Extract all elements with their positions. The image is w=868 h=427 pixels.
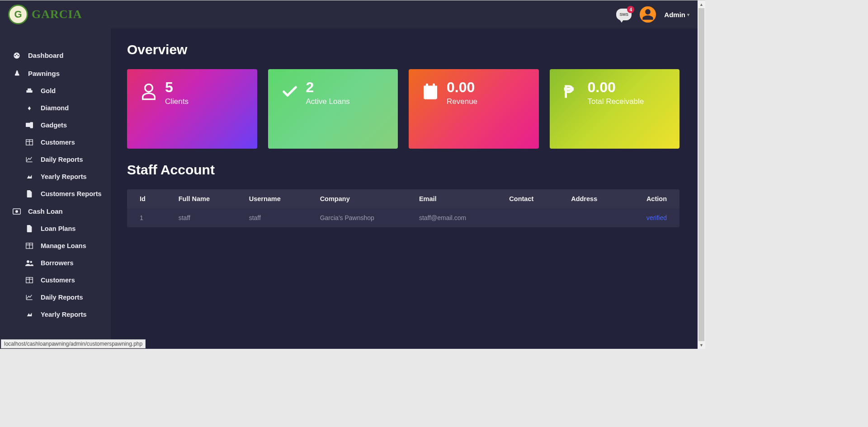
- sidebar-item-customers-reports[interactable]: Customers Reports: [0, 185, 111, 202]
- sms-notifications[interactable]: SMS 4: [616, 9, 632, 20]
- svg-point-8: [15, 210, 18, 213]
- logo-badge-icon: G: [8, 5, 28, 24]
- user-menu[interactable]: Admin ▾: [664, 11, 689, 19]
- file-icon: [25, 225, 33, 232]
- th-email: Email: [406, 189, 496, 208]
- svg-point-12: [27, 260, 29, 263]
- staff-title: Staff Account: [127, 162, 679, 178]
- check-icon: [281, 80, 299, 138]
- sidebar-item-cash-loan[interactable]: Cash Loan: [0, 202, 111, 220]
- svg-rect-0: [26, 90, 32, 93]
- sidebar-item-gold[interactable]: Gold: [0, 82, 111, 99]
- document-icon: [25, 190, 33, 197]
- th-fullname: Full Name: [166, 189, 236, 208]
- sidebar-label: Yearly Reports: [41, 173, 87, 180]
- th-id: Id: [127, 189, 166, 208]
- sidebar-label: Diamond: [41, 104, 69, 112]
- cell-company: Garcia's Pawnshop: [307, 208, 406, 227]
- cell-fullname: staff: [166, 208, 236, 227]
- topbar: G GARCIA SMS 4 Admin ▾: [0, 0, 698, 28]
- peso-icon: ₱: [562, 80, 580, 138]
- sidebar-label: Customers: [41, 139, 75, 146]
- clients-label: Clients: [165, 97, 189, 106]
- avatar[interactable]: [640, 6, 656, 23]
- sidebar-item-yearly-reports[interactable]: Yearly Reports: [0, 168, 111, 185]
- scroll-down-arrow-icon[interactable]: ▼: [698, 341, 705, 349]
- th-company: Company: [307, 189, 406, 208]
- brand-logo[interactable]: G GARCIA: [8, 5, 82, 24]
- svg-point-13: [30, 261, 33, 263]
- sidebar-item-borrowers[interactable]: Borrowers: [0, 254, 111, 272]
- chart-area-icon: [25, 174, 33, 180]
- sidebar-label: Gold: [41, 87, 56, 94]
- sidebar-item-customers-2[interactable]: Customers: [0, 272, 111, 289]
- sidebar-item-loan-plans[interactable]: Loan Plans: [0, 220, 111, 237]
- sidebar-item-dashboard[interactable]: Dashboard: [0, 47, 111, 64]
- sidebar-item-manage-loans[interactable]: Manage Loans: [0, 237, 111, 254]
- window-scrollbar[interactable]: ▲ ▼: [698, 0, 705, 349]
- sidebar-item-pawnings[interactable]: ♟ Pawnings: [0, 64, 111, 82]
- user-name: Admin: [664, 11, 685, 19]
- card-active-loans[interactable]: 2 Active Loans: [268, 69, 398, 149]
- clients-value: 5: [165, 80, 189, 94]
- staff-table-wrap: Id Full Name Username Company Email Cont…: [127, 189, 679, 227]
- calendar-icon: [421, 80, 439, 138]
- table-row: 1 staff staff Garcia's Pawnshop staff@em…: [127, 208, 679, 227]
- cash-icon: [13, 208, 21, 215]
- sidebar-label: Cash Loan: [28, 207, 63, 215]
- card-total-receivable[interactable]: ₱ 0.00 Total Receivable: [550, 69, 680, 149]
- receivable-value: 0.00: [588, 80, 644, 94]
- revenue-label: Revenue: [447, 97, 477, 106]
- th-username: Username: [236, 189, 307, 208]
- sidebar-label: Daily Reports: [41, 156, 83, 163]
- card-revenue[interactable]: 0.00 Revenue: [409, 69, 539, 149]
- main-content: Overview 5 Clients 2 Active Loans: [111, 28, 698, 349]
- sidebar-label: Daily Reports: [41, 294, 83, 301]
- th-address: Address: [558, 189, 623, 208]
- sidebar-label: Loan Plans: [41, 225, 75, 232]
- sidebar-label: Pawnings: [28, 70, 60, 77]
- sidebar-label: Yearly Reports: [41, 311, 87, 318]
- table-icon: [25, 277, 33, 283]
- scroll-thumb[interactable]: [698, 8, 704, 341]
- sms-badge-count: 4: [627, 6, 634, 13]
- brand-name: GARCIA: [32, 8, 82, 21]
- dashboard-icon: [13, 52, 21, 59]
- chevron-down-icon: ▾: [687, 12, 689, 17]
- sidebar-item-daily-reports-2[interactable]: Daily Reports: [0, 289, 111, 306]
- chart-line-icon: [25, 156, 33, 163]
- svg-rect-1: [28, 89, 31, 90]
- sidebar-item-diamond[interactable]: ♦ Diamond: [0, 99, 111, 117]
- th-action: Action: [623, 189, 679, 208]
- cell-address: [558, 208, 623, 227]
- person-icon: [140, 80, 158, 138]
- sidebar-label: Customers: [41, 277, 75, 284]
- sidebar-label: Manage Loans: [41, 242, 86, 249]
- revenue-value: 0.00: [447, 80, 477, 94]
- cell-id: 1: [127, 208, 166, 227]
- loans-value: 2: [306, 80, 350, 94]
- cell-email: staff@email.com: [406, 208, 496, 227]
- table-icon: [25, 243, 33, 249]
- staff-table: Id Full Name Username Company Email Cont…: [127, 189, 679, 227]
- scroll-track[interactable]: [698, 8, 705, 341]
- sidebar-item-daily-reports[interactable]: Daily Reports: [0, 151, 111, 168]
- gold-icon: [25, 88, 33, 94]
- loans-label: Active Loans: [306, 97, 350, 106]
- card-clients[interactable]: 5 Clients: [127, 69, 257, 149]
- users-icon: [25, 260, 33, 266]
- pawn-icon: ♟: [13, 69, 21, 77]
- sidebar-item-gadgets[interactable]: Gadgets: [0, 117, 111, 134]
- sidebar: Dashboard ♟ Pawnings Gold ♦ Diamond Gadg…: [0, 28, 111, 349]
- svg-rect-19: [426, 84, 428, 87]
- sidebar-item-yearly-reports-2[interactable]: Yearly Reports: [0, 306, 111, 323]
- scroll-up-arrow-icon[interactable]: ▲: [698, 0, 705, 8]
- chart-line-icon: [25, 294, 33, 300]
- overview-title: Overview: [127, 42, 679, 57]
- gadgets-icon: [25, 122, 33, 128]
- sidebar-label: Gadgets: [41, 122, 67, 129]
- cell-contact: [496, 208, 558, 227]
- sidebar-item-customers[interactable]: Customers: [0, 134, 111, 151]
- chart-area-icon: [25, 311, 33, 318]
- verified-link[interactable]: verified: [646, 214, 667, 221]
